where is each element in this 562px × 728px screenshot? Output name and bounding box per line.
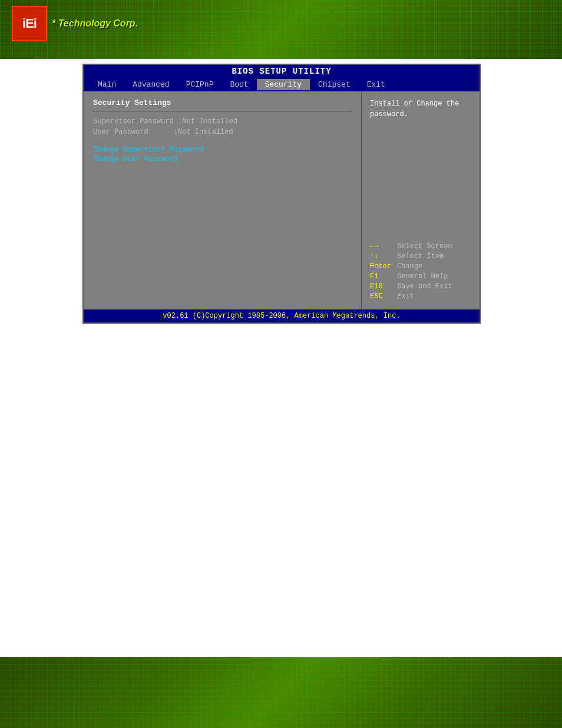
section-divider bbox=[93, 111, 352, 111]
key-desc-select-item: Select Item bbox=[397, 252, 444, 261]
menu-item-advanced[interactable]: Advanced bbox=[124, 79, 177, 90]
key-row-enter: Enter Change bbox=[370, 262, 471, 271]
help-text: Install or Change the password. bbox=[370, 98, 471, 120]
bios-content: Security Settings Supervisor Password :N… bbox=[84, 91, 480, 309]
key-esc: ESC bbox=[370, 292, 394, 301]
menu-item-security[interactable]: Security bbox=[257, 79, 310, 90]
key-desc-general-help: General Help bbox=[397, 272, 448, 281]
key-desc-change: Change bbox=[397, 262, 422, 271]
menu-item-chipset[interactable]: Chipset bbox=[310, 79, 359, 90]
section-title: Security Settings bbox=[93, 98, 352, 107]
key-row-f10: F10 Save and Exit bbox=[370, 282, 471, 291]
bios-footer: v02.61 (C)Copyright 1985-2006, American … bbox=[84, 309, 480, 322]
key-lr-arrows: ←→ bbox=[370, 242, 394, 251]
key-help-section: ←→ Select Screen ↑↓ Select Item Enter Ch… bbox=[370, 242, 471, 302]
top-banner: iEi * Technology Corp. bbox=[0, 0, 562, 59]
logo-text: iEi bbox=[22, 16, 37, 31]
user-password-label: User Password :Not Installed bbox=[93, 128, 233, 136]
supervisor-password-row: Supervisor Password :Not Installed bbox=[93, 117, 352, 126]
company-text: * Technology Corp. bbox=[52, 18, 138, 29]
right-panel: Install or Change the password. ←→ Selec… bbox=[362, 91, 480, 309]
key-desc-select-screen: Select Screen bbox=[397, 242, 452, 251]
bottom-banner bbox=[0, 657, 562, 728]
left-panel: Security Settings Supervisor Password :N… bbox=[84, 91, 362, 309]
key-desc-exit: Exit bbox=[397, 292, 414, 301]
key-desc-save-exit: Save and Exit bbox=[397, 282, 452, 291]
logo-box: iEi bbox=[12, 6, 47, 41]
key-row-f1: F1 General Help bbox=[370, 272, 471, 281]
key-f1: F1 bbox=[370, 272, 394, 281]
menu-item-boot[interactable]: Boot bbox=[222, 79, 256, 90]
logo-area: iEi * Technology Corp. bbox=[12, 6, 138, 41]
menu-item-main[interactable]: Main bbox=[90, 79, 124, 90]
key-ud-arrows: ↑↓ bbox=[370, 252, 394, 261]
key-f10: F10 bbox=[370, 282, 394, 291]
bios-setup-utility: BIOS SETUP UTILITY Main Advanced PCIPnP … bbox=[82, 64, 481, 324]
bios-menu-bar: Main Advanced PCIPnP Boot Security Chips… bbox=[84, 78, 480, 91]
key-row-esc: ESC Exit bbox=[370, 292, 471, 301]
user-password-row: User Password :Not Installed bbox=[93, 128, 352, 136]
supervisor-password-label: Supervisor Password :Not Installed bbox=[93, 117, 237, 126]
menu-item-exit[interactable]: Exit bbox=[359, 79, 394, 90]
key-row-select-item: ↑↓ Select Item bbox=[370, 252, 471, 261]
menu-item-pciPnP[interactable]: PCIPnP bbox=[178, 79, 222, 90]
bios-footer-text: v02.61 (C)Copyright 1985-2006, American … bbox=[163, 312, 400, 320]
bios-title: BIOS SETUP UTILITY bbox=[232, 67, 331, 76]
change-supervisor-password-link[interactable]: Change Supervisor Password bbox=[93, 146, 352, 154]
key-row-select-screen: ←→ Select Screen bbox=[370, 242, 471, 251]
key-enter: Enter bbox=[370, 262, 394, 271]
bios-title-bar: BIOS SETUP UTILITY bbox=[84, 65, 480, 78]
change-user-password-link[interactable]: Change User Password bbox=[93, 155, 352, 163]
